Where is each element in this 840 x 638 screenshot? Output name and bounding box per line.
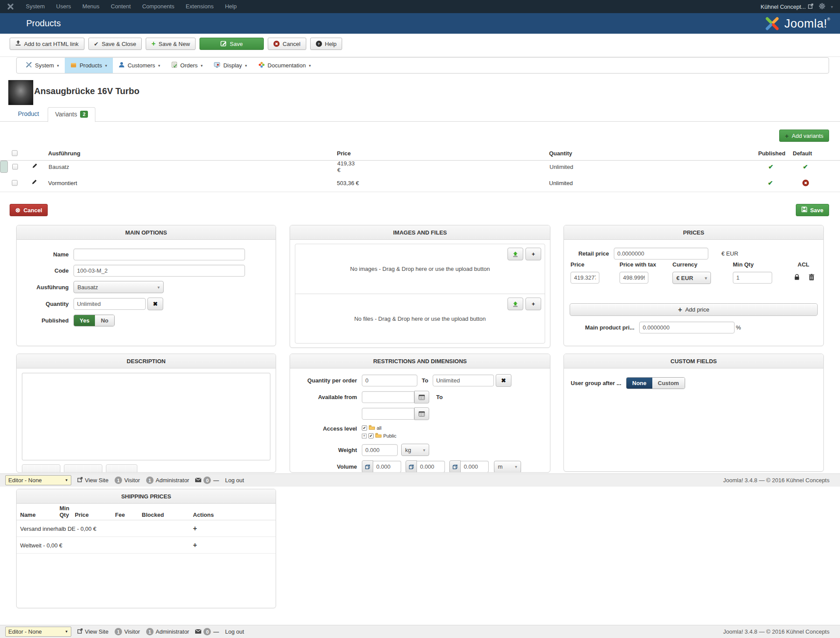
- logout-link[interactable]: Log out: [225, 628, 244, 635]
- add-image-button[interactable]: +: [525, 248, 541, 260]
- volume-z-field[interactable]: [461, 461, 489, 473]
- save-button[interactable]: Save: [200, 38, 264, 50]
- files-dropzone[interactable]: No files - Drag & Drop here or use the u…: [295, 294, 545, 343]
- available-to-field[interactable]: [362, 408, 414, 420]
- access-all-checkbox[interactable]: ✔: [362, 425, 367, 431]
- view-site-link[interactable]: View Site: [77, 477, 108, 484]
- edit-pencil-icon[interactable]: [32, 179, 37, 187]
- editor-select[interactable]: Editor - None▼: [5, 475, 71, 485]
- tree-expand-icon[interactable]: +: [362, 434, 367, 438]
- quantity-field[interactable]: [74, 298, 146, 310]
- qty-max-field[interactable]: [433, 375, 494, 386]
- edit-pencil-icon[interactable]: [32, 163, 38, 171]
- chevron-down-icon: ▾: [245, 63, 247, 68]
- chevron-down-icon[interactable]: ▾: [831, 4, 833, 9]
- published-check-icon[interactable]: ✔: [768, 163, 774, 170]
- variant-row[interactable]: Bausatz 419,33 € Unlimited ✔ ✔: [0, 161, 8, 173]
- save-close-button[interactable]: ✔ Save & Close: [88, 38, 142, 50]
- default-unset-icon[interactable]: ✖: [802, 180, 809, 186]
- variant-cancel-button[interactable]: ⊗ Cancel: [10, 204, 48, 216]
- price-with-tax-field[interactable]: [620, 272, 648, 284]
- help-button[interactable]: ? Help: [310, 38, 343, 50]
- menu-display[interactable]: Display▾: [208, 58, 252, 73]
- upload-image-button[interactable]: [508, 248, 523, 260]
- currency-select[interactable]: € EUR▾: [672, 272, 711, 284]
- volume-y-field[interactable]: [417, 461, 445, 473]
- clear-qty-max-button[interactable]: ✖: [496, 374, 511, 387]
- row-checkbox[interactable]: [12, 180, 18, 186]
- published-check-icon[interactable]: ✔: [768, 179, 773, 186]
- select-all-checkbox[interactable]: [12, 151, 18, 156]
- admin-menu-system[interactable]: System: [20, 0, 50, 13]
- published-no-button[interactable]: No: [95, 315, 114, 326]
- price-field[interactable]: [570, 272, 599, 284]
- add-to-cart-html-button[interactable]: Add to cart HTML link: [10, 38, 84, 50]
- access-public-checkbox[interactable]: ✔: [368, 433, 374, 438]
- admin-menu-extensions[interactable]: Extensions: [180, 0, 220, 13]
- volume-x-field[interactable]: [373, 461, 401, 473]
- variants-count-badge: 2: [80, 111, 88, 118]
- images-dropzone[interactable]: No images - Drag & Drop here or use the …: [295, 244, 545, 294]
- editor-select[interactable]: Editor - None▼: [5, 627, 71, 637]
- default-check-icon[interactable]: ✔: [803, 163, 808, 170]
- calendar-icon[interactable]: [414, 407, 429, 420]
- ausfuehrung-select[interactable]: Bausatz▾: [74, 281, 164, 293]
- logout-link[interactable]: Log out: [225, 477, 244, 484]
- tab-variants[interactable]: Variants2: [48, 107, 95, 122]
- admin-menu-help[interactable]: Help: [219, 0, 242, 13]
- save-new-button[interactable]: + Save & New: [146, 38, 196, 50]
- admin-menu-components[interactable]: Components: [136, 0, 180, 13]
- retail-price-field[interactable]: [614, 248, 708, 259]
- admin-menu-content[interactable]: Content: [105, 0, 136, 13]
- main-product-price-field[interactable]: [639, 322, 735, 333]
- qty-min-field[interactable]: [362, 375, 417, 386]
- add-shipping-price-icon[interactable]: +: [193, 525, 197, 533]
- calendar-icon[interactable]: [414, 391, 429, 403]
- cancel-button[interactable]: ✖ Cancel: [268, 38, 306, 50]
- published-yes-button[interactable]: Yes: [74, 315, 95, 326]
- volume-unit-select[interactable]: m▾: [494, 461, 521, 473]
- quantity-label: Quantity: [24, 301, 74, 307]
- col-actions: Actions: [193, 512, 214, 518]
- variant-row[interactable]: Vormontiert 503,36 € Unlimited ✔ ✖: [0, 174, 840, 192]
- editor-button[interactable]: [64, 464, 102, 473]
- site-preview-link[interactable]: Kühnel Concept...: [761, 4, 813, 10]
- weight-field[interactable]: [362, 444, 398, 456]
- clear-quantity-button[interactable]: ✖: [147, 298, 163, 310]
- admin-menu-menus[interactable]: Menus: [77, 0, 105, 13]
- editor-button[interactable]: [106, 464, 137, 473]
- user-group-custom-button[interactable]: Custom: [652, 378, 685, 389]
- col-quantity: Quantity: [549, 150, 572, 157]
- min-qty-field[interactable]: [733, 272, 772, 284]
- editor-button[interactable]: [22, 464, 60, 473]
- add-price-button[interactable]: + Add price: [570, 303, 818, 316]
- tab-product[interactable]: Product: [11, 107, 46, 121]
- description-editor[interactable]: [22, 373, 270, 460]
- available-from-field[interactable]: [362, 391, 414, 403]
- view-site-link[interactable]: View Site: [77, 628, 108, 635]
- envelope-icon[interactable]: [195, 477, 201, 484]
- gear-icon[interactable]: [819, 3, 826, 11]
- trash-icon[interactable]: [809, 274, 814, 282]
- user-group-none-button[interactable]: None: [626, 378, 652, 389]
- add-shipping-price-icon[interactable]: +: [193, 541, 197, 549]
- code-field[interactable]: [74, 265, 245, 277]
- add-file-button[interactable]: +: [525, 298, 541, 310]
- upload-file-button[interactable]: [508, 298, 523, 310]
- menu-customers[interactable]: Customers▾: [113, 58, 166, 73]
- envelope-icon[interactable]: [195, 628, 201, 635]
- admin-menu-users[interactable]: Users: [50, 0, 77, 13]
- tab-bar: Product Variants2: [0, 107, 840, 122]
- qty-per-order-label: Quantity per order: [296, 377, 362, 384]
- variant-save-button[interactable]: Save: [796, 204, 829, 216]
- row-checkbox[interactable]: [12, 164, 18, 170]
- menu-system[interactable]: System▾: [20, 58, 65, 73]
- menu-documentation[interactable]: Documentation▾: [253, 58, 317, 73]
- col-name: Name: [20, 512, 35, 518]
- menu-orders[interactable]: Orders▾: [166, 58, 208, 73]
- weight-unit-select[interactable]: kg▾: [401, 444, 429, 456]
- lock-icon[interactable]: [794, 274, 800, 282]
- menu-products[interactable]: Products▾: [65, 58, 113, 73]
- add-variants-button[interactable]: + Add variants: [779, 130, 829, 142]
- name-field[interactable]: [74, 249, 245, 260]
